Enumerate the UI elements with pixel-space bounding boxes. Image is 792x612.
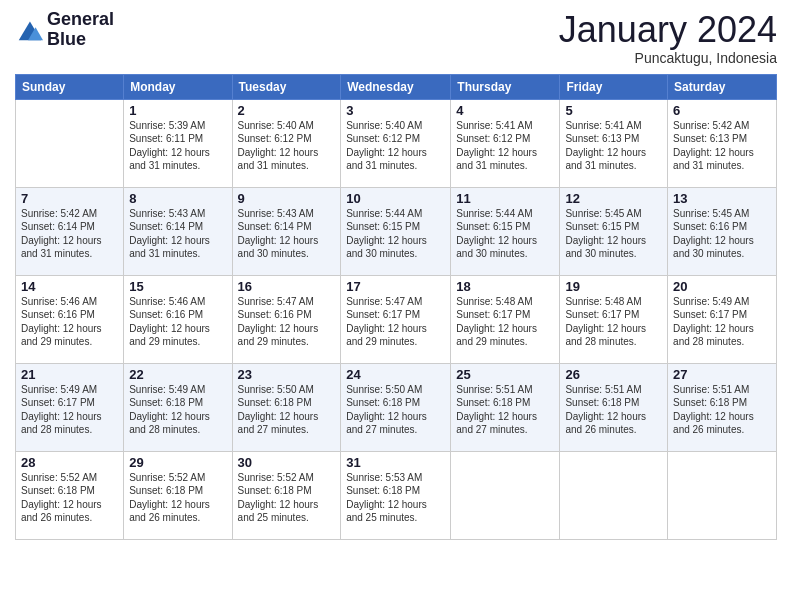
daylight-text: Daylight: 12 hours and 26 minutes. (129, 499, 210, 524)
sunset-text: Sunset: 6:16 PM (673, 221, 747, 232)
sunset-text: Sunset: 6:13 PM (565, 133, 639, 144)
table-row: 21Sunrise: 5:49 AMSunset: 6:17 PMDayligh… (16, 363, 124, 451)
daylight-text: Daylight: 12 hours and 25 minutes. (238, 499, 319, 524)
table-row: 17Sunrise: 5:47 AMSunset: 6:17 PMDayligh… (341, 275, 451, 363)
logo-text: General Blue (47, 10, 114, 50)
sunrise-text: Sunrise: 5:46 AM (21, 296, 97, 307)
day-info: Sunrise: 5:44 AMSunset: 6:15 PMDaylight:… (346, 207, 445, 261)
day-number: 30 (238, 455, 336, 470)
table-row: 3Sunrise: 5:40 AMSunset: 6:12 PMDaylight… (341, 99, 451, 187)
day-info: Sunrise: 5:51 AMSunset: 6:18 PMDaylight:… (565, 383, 662, 437)
day-number: 13 (673, 191, 771, 206)
sunset-text: Sunset: 6:11 PM (129, 133, 203, 144)
day-number: 23 (238, 367, 336, 382)
daylight-text: Daylight: 12 hours and 26 minutes. (673, 411, 754, 436)
daylight-text: Daylight: 12 hours and 28 minutes. (129, 411, 210, 436)
table-row: 24Sunrise: 5:50 AMSunset: 6:18 PMDayligh… (341, 363, 451, 451)
sunrise-text: Sunrise: 5:51 AM (673, 384, 749, 395)
sunset-text: Sunset: 6:13 PM (673, 133, 747, 144)
sunset-text: Sunset: 6:18 PM (129, 485, 203, 496)
table-row: 27Sunrise: 5:51 AMSunset: 6:18 PMDayligh… (668, 363, 777, 451)
table-row: 26Sunrise: 5:51 AMSunset: 6:18 PMDayligh… (560, 363, 668, 451)
daylight-text: Daylight: 12 hours and 30 minutes. (456, 235, 537, 260)
table-row: 31Sunrise: 5:53 AMSunset: 6:18 PMDayligh… (341, 451, 451, 539)
table-row: 28Sunrise: 5:52 AMSunset: 6:18 PMDayligh… (16, 451, 124, 539)
calendar-week-row: 7Sunrise: 5:42 AMSunset: 6:14 PMDaylight… (16, 187, 777, 275)
sunset-text: Sunset: 6:14 PM (129, 221, 203, 232)
month-title: January 2024 (559, 10, 777, 50)
sunset-text: Sunset: 6:15 PM (565, 221, 639, 232)
day-number: 17 (346, 279, 445, 294)
table-row: 9Sunrise: 5:43 AMSunset: 6:14 PMDaylight… (232, 187, 341, 275)
day-info: Sunrise: 5:52 AMSunset: 6:18 PMDaylight:… (129, 471, 226, 525)
day-number: 4 (456, 103, 554, 118)
sunset-text: Sunset: 6:17 PM (21, 397, 95, 408)
table-row: 16Sunrise: 5:47 AMSunset: 6:16 PMDayligh… (232, 275, 341, 363)
sunrise-text: Sunrise: 5:40 AM (238, 120, 314, 131)
table-row (668, 451, 777, 539)
daylight-text: Daylight: 12 hours and 31 minutes. (129, 235, 210, 260)
sunset-text: Sunset: 6:12 PM (456, 133, 530, 144)
day-number: 11 (456, 191, 554, 206)
day-info: Sunrise: 5:41 AMSunset: 6:12 PMDaylight:… (456, 119, 554, 173)
col-wednesday: Wednesday (341, 74, 451, 99)
logo-icon (15, 16, 43, 44)
daylight-text: Daylight: 12 hours and 29 minutes. (238, 323, 319, 348)
header-row: Sunday Monday Tuesday Wednesday Thursday… (16, 74, 777, 99)
sunset-text: Sunset: 6:16 PM (129, 309, 203, 320)
daylight-text: Daylight: 12 hours and 29 minutes. (346, 323, 427, 348)
table-row (451, 451, 560, 539)
day-number: 27 (673, 367, 771, 382)
sunrise-text: Sunrise: 5:48 AM (456, 296, 532, 307)
sunrise-text: Sunrise: 5:43 AM (238, 208, 314, 219)
day-info: Sunrise: 5:42 AMSunset: 6:13 PMDaylight:… (673, 119, 771, 173)
table-row: 6Sunrise: 5:42 AMSunset: 6:13 PMDaylight… (668, 99, 777, 187)
day-info: Sunrise: 5:49 AMSunset: 6:18 PMDaylight:… (129, 383, 226, 437)
table-row: 4Sunrise: 5:41 AMSunset: 6:12 PMDaylight… (451, 99, 560, 187)
day-info: Sunrise: 5:50 AMSunset: 6:18 PMDaylight:… (346, 383, 445, 437)
sunset-text: Sunset: 6:15 PM (346, 221, 420, 232)
table-row: 11Sunrise: 5:44 AMSunset: 6:15 PMDayligh… (451, 187, 560, 275)
daylight-text: Daylight: 12 hours and 30 minutes. (346, 235, 427, 260)
sunrise-text: Sunrise: 5:47 AM (346, 296, 422, 307)
sunrise-text: Sunrise: 5:43 AM (129, 208, 205, 219)
table-row: 8Sunrise: 5:43 AMSunset: 6:14 PMDaylight… (124, 187, 232, 275)
table-row (16, 99, 124, 187)
day-number: 10 (346, 191, 445, 206)
day-number: 21 (21, 367, 118, 382)
sunset-text: Sunset: 6:17 PM (346, 309, 420, 320)
sunset-text: Sunset: 6:18 PM (129, 397, 203, 408)
day-number: 26 (565, 367, 662, 382)
col-monday: Monday (124, 74, 232, 99)
daylight-text: Daylight: 12 hours and 30 minutes. (238, 235, 319, 260)
day-number: 28 (21, 455, 118, 470)
day-number: 24 (346, 367, 445, 382)
sunrise-text: Sunrise: 5:41 AM (456, 120, 532, 131)
daylight-text: Daylight: 12 hours and 26 minutes. (565, 411, 646, 436)
table-row: 10Sunrise: 5:44 AMSunset: 6:15 PMDayligh… (341, 187, 451, 275)
sunset-text: Sunset: 6:17 PM (565, 309, 639, 320)
sunrise-text: Sunrise: 5:44 AM (346, 208, 422, 219)
sunrise-text: Sunrise: 5:40 AM (346, 120, 422, 131)
day-number: 31 (346, 455, 445, 470)
title-block: January 2024 Puncaktugu, Indonesia (559, 10, 777, 66)
sunrise-text: Sunrise: 5:49 AM (673, 296, 749, 307)
table-row: 25Sunrise: 5:51 AMSunset: 6:18 PMDayligh… (451, 363, 560, 451)
daylight-text: Daylight: 12 hours and 31 minutes. (456, 147, 537, 172)
sunrise-text: Sunrise: 5:41 AM (565, 120, 641, 131)
sunrise-text: Sunrise: 5:50 AM (346, 384, 422, 395)
day-info: Sunrise: 5:46 AMSunset: 6:16 PMDaylight:… (21, 295, 118, 349)
sunrise-text: Sunrise: 5:52 AM (129, 472, 205, 483)
day-number: 2 (238, 103, 336, 118)
day-info: Sunrise: 5:43 AMSunset: 6:14 PMDaylight:… (129, 207, 226, 261)
day-info: Sunrise: 5:43 AMSunset: 6:14 PMDaylight:… (238, 207, 336, 261)
day-number: 25 (456, 367, 554, 382)
logo: General Blue (15, 10, 114, 50)
daylight-text: Daylight: 12 hours and 30 minutes. (673, 235, 754, 260)
day-info: Sunrise: 5:48 AMSunset: 6:17 PMDaylight:… (456, 295, 554, 349)
sunrise-text: Sunrise: 5:42 AM (21, 208, 97, 219)
day-info: Sunrise: 5:50 AMSunset: 6:18 PMDaylight:… (238, 383, 336, 437)
sunset-text: Sunset: 6:14 PM (21, 221, 95, 232)
table-row: 14Sunrise: 5:46 AMSunset: 6:16 PMDayligh… (16, 275, 124, 363)
table-row: 15Sunrise: 5:46 AMSunset: 6:16 PMDayligh… (124, 275, 232, 363)
